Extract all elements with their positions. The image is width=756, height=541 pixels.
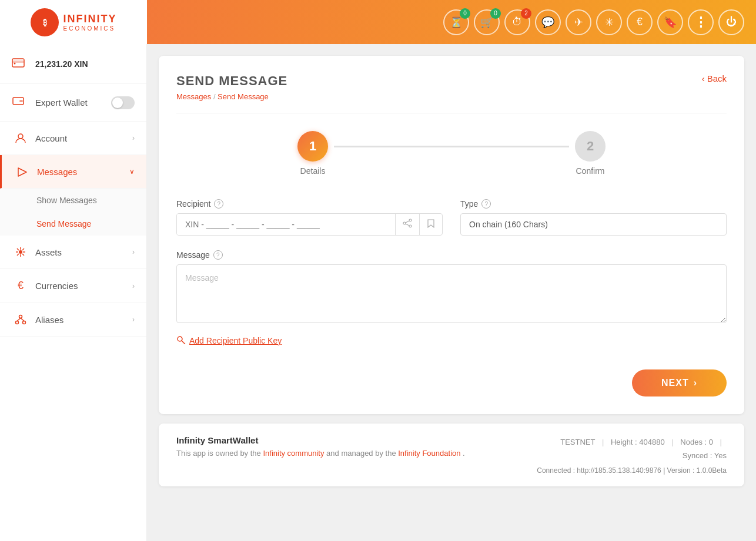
more-icon-btn[interactable]: ⋮ [688,9,714,35]
footer-brand: Infinity SmartWallet [176,435,465,445]
logo-area: ₿ INFINITY ECONOMICS [0,0,147,44]
power-icon-btn[interactable]: ⏻ [718,9,744,35]
asterisk-icon-btn[interactable]: ✳ [596,9,622,35]
chat-icon-btn[interactable]: 💬 [535,9,561,35]
currencies-icon: € [12,280,29,292]
sidebar-item-messages[interactable]: Messages ∨ [0,155,146,189]
account-chevron: › [132,134,135,142]
bookmark-icon-btn[interactable]: 🔖 [657,9,683,35]
main-layout: 21,231.20 XIN Expert Wallet [0,44,756,541]
sidebar-item-currencies[interactable]: € Currencies › [0,269,146,303]
next-label: NEXT [661,378,689,388]
sidebar-wallet: Expert Wallet [0,84,146,122]
svg-line-28 [182,341,185,344]
divider [176,113,727,113]
recipient-help-icon[interactable]: ? [214,199,223,209]
type-help-icon[interactable]: ? [481,199,491,209]
community-link[interactable]: Infinity community [263,449,324,458]
add-key-label: Add Recipient Public Key [189,336,282,345]
type-select-wrapper: On chain (160 Chars) Off chain [460,213,727,236]
euro-icon-btn[interactable]: € [627,9,653,35]
svg-line-21 [21,318,24,321]
footer-stats: TESTNET | Height : 404880 | Nodes : 0 | … [537,435,727,463]
message-textarea[interactable] [176,264,727,323]
account-label: Account [35,133,132,143]
form-row-recipient-type: Recipient ? [176,199,727,236]
step2-group: 2 Confirm [575,131,606,176]
cart-icon: 🛒 [480,16,493,29]
back-label: Back [707,73,727,83]
content-area: ‹ Back SEND MESSAGE Messages / Send Mess… [147,44,756,541]
svg-line-25 [406,221,409,223]
logo-icon: ₿ [31,8,59,36]
svg-point-24 [409,225,412,227]
key-icon [176,335,186,346]
currencies-chevron: › [132,282,135,290]
sidebar-item-account[interactable]: Account › [0,122,146,155]
clock-icon-btn[interactable]: ⏱ 2 [504,9,530,35]
page-title: SEND MESSAGE [176,73,727,89]
sidebar-item-aliases[interactable]: Aliases › [0,303,146,337]
cart-badge: 0 [490,8,501,19]
top-nav: ₿ INFINITY ECONOMICS ⏳ 0 🛒 0 ⏱ 2 💬 [0,0,756,44]
step2-number: 2 [587,139,594,154]
submenu-send-message[interactable]: Send Message [0,212,146,236]
hourglass-badge: 0 [460,8,470,19]
message-label: Message ? [176,250,727,260]
message-help-icon[interactable]: ? [213,250,223,260]
svg-point-22 [409,219,412,221]
bookmark-input-icon-btn[interactable] [419,214,442,235]
foundation-link[interactable]: Infinity Foundation [398,449,460,458]
step2-circle: 2 [575,131,606,162]
svg-point-23 [403,222,406,224]
back-button[interactable]: ‹ Back [702,73,727,83]
wallet-toggle[interactable] [111,96,135,109]
asterisk-icon: ✳ [605,16,614,29]
assets-icon [12,246,29,258]
sidebar-item-assets[interactable]: Assets › [0,236,146,269]
sidebar: 21,231.20 XIN Expert Wallet [0,44,147,541]
aliases-label: Aliases [35,315,132,325]
add-key-button[interactable]: Add Recipient Public Key [176,335,282,346]
footer-connection: Connected : http://185.35.138.140:9876 |… [537,466,727,475]
clock-badge: 2 [521,8,531,19]
main-card: ‹ Back SEND MESSAGE Messages / Send Mess… [159,56,744,414]
messages-chevron: ∨ [129,167,135,176]
hourglass-icon-btn[interactable]: ⏳ 0 [443,9,469,35]
svg-rect-3 [12,61,24,63]
svg-line-20 [17,318,21,321]
footer-desc: This app is owned by the Infinity commun… [176,449,465,458]
footer-left: Infinity SmartWallet This app is owned b… [176,435,465,458]
send-nav-icon-btn[interactable]: ✈ [566,9,591,35]
hourglass-icon: ⏳ [450,16,463,29]
euro-icon: € [637,16,643,28]
step1-label: Details [300,166,326,176]
breadcrumb-parent[interactable]: Messages [176,92,211,101]
bookmark-input-icon [427,220,435,230]
breadcrumb-current[interactable]: Send Message [218,92,269,101]
balance-icon [12,56,29,72]
currencies-label: Currencies [35,281,132,291]
wallet-label: Expert Wallet [35,98,111,107]
step2-label: Confirm [576,166,604,176]
share-icon [403,220,412,230]
svg-line-13 [17,248,19,250]
share-icon-btn[interactable] [395,214,419,235]
svg-rect-6 [19,100,23,102]
cart-icon-btn[interactable]: 🛒 0 [474,9,500,35]
type-select[interactable]: On chain (160 Chars) Off chain [469,220,718,229]
messages-submenu: Show Messages Send Message [0,189,146,236]
message-group: Message ? [176,250,727,325]
footer-right: TESTNET | Height : 404880 | Nodes : 0 | … [537,435,727,475]
step1-number: 1 [309,139,316,154]
assets-chevron: › [132,248,135,256]
account-icon [12,132,29,144]
next-btn-wrapper: NEXT › [176,369,727,396]
step1-circle: 1 [297,131,328,162]
next-button[interactable]: NEXT › [632,369,727,396]
submenu-show-messages[interactable]: Show Messages [0,189,146,212]
svg-line-14 [22,254,24,256]
recipient-input[interactable] [177,214,395,235]
paper-plane-icon: ✈ [574,16,583,29]
chevron-left-icon: ‹ [702,73,705,83]
